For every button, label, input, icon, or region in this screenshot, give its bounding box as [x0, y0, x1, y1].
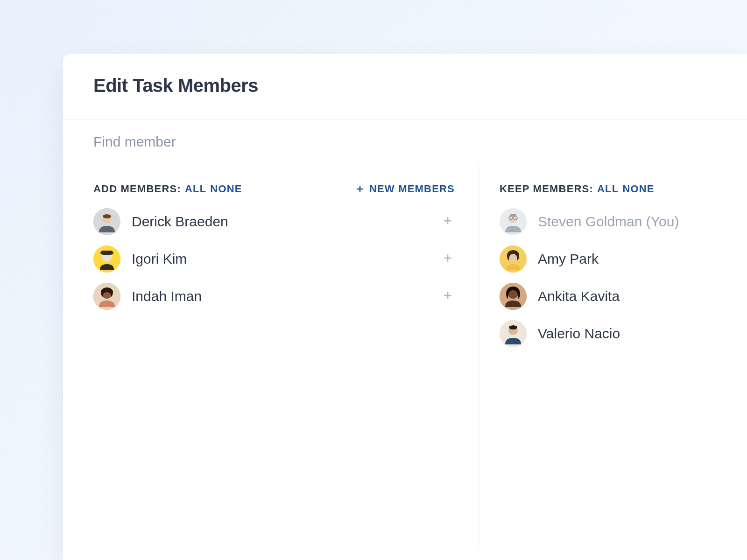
add-members-none-link[interactable]: None	[210, 183, 242, 195]
list-item: Valerio Nacio	[500, 320, 747, 347]
edit-task-members-modal: Edit Task Members Add Members: All None …	[63, 54, 747, 560]
member-info: Igori Kim	[93, 245, 187, 273]
list-item: Amy Park	[500, 245, 747, 273]
avatar	[93, 208, 120, 235]
member-name: Indah Iman	[132, 288, 202, 304]
member-name: Valerio Nacio	[538, 326, 620, 342]
avatar	[500, 208, 527, 235]
keep-members-all-link[interactable]: All	[597, 183, 619, 195]
modal-header: Edit Task Members	[63, 54, 747, 119]
add-members-label-group: Add Members: All None	[93, 183, 242, 195]
new-members-label: New Members	[369, 183, 455, 195]
avatar	[500, 320, 527, 347]
search-section	[63, 119, 747, 164]
add-members-list: Derick Braeden Igori Kim	[93, 208, 455, 310]
member-info: Indah Iman	[93, 283, 202, 310]
member-info: Ankita Kavita	[500, 283, 620, 310]
find-member-input[interactable]	[93, 120, 717, 164]
add-members-all-link[interactable]: All	[185, 183, 206, 195]
list-item: Igori Kim	[93, 245, 455, 273]
new-members-button[interactable]: New Members	[355, 183, 455, 195]
keep-members-list: Steven Goldman (You) Amy Park	[500, 208, 747, 347]
add-members-label: Add Members:	[93, 183, 181, 195]
keep-members-label: Keep Members:	[500, 183, 593, 195]
member-info: Steven Goldman (You)	[500, 208, 679, 235]
keep-members-column: Keep Members: All None Steven Goldman (Y…	[479, 164, 747, 549]
plus-icon	[443, 216, 453, 228]
member-info: Derick Braeden	[93, 208, 228, 235]
add-member-button[interactable]	[441, 215, 455, 229]
member-name: Derick Braeden	[132, 214, 228, 230]
svg-rect-9	[101, 251, 113, 253]
plus-icon	[443, 290, 453, 302]
keep-members-none-link[interactable]: None	[622, 183, 654, 195]
plus-icon	[355, 184, 365, 194]
list-item: Steven Goldman (You)	[500, 208, 747, 235]
member-name: Amy Park	[538, 251, 599, 267]
keep-members-label-group: Keep Members: All None	[500, 183, 655, 195]
avatar	[500, 283, 527, 310]
add-member-button[interactable]	[441, 252, 455, 266]
member-name: Steven Goldman (You)	[538, 214, 679, 230]
columns-container: Add Members: All None New Members	[63, 164, 747, 549]
add-members-header: Add Members: All None New Members	[93, 183, 455, 195]
add-members-column: Add Members: All None New Members	[63, 164, 479, 549]
list-item: Derick Braeden	[93, 208, 455, 235]
member-info: Amy Park	[500, 245, 599, 273]
member-name: Ankita Kavita	[538, 288, 620, 304]
avatar	[500, 245, 527, 273]
member-name: Igori Kim	[132, 251, 187, 267]
list-item: Ankita Kavita	[500, 283, 747, 310]
member-info: Valerio Nacio	[500, 320, 620, 347]
plus-icon	[443, 253, 453, 265]
list-item: Indah Iman	[93, 283, 455, 310]
keep-members-header: Keep Members: All None	[500, 183, 747, 195]
modal-title: Edit Task Members	[93, 75, 717, 96]
avatar	[93, 283, 120, 310]
avatar	[93, 245, 120, 273]
add-member-button[interactable]	[441, 289, 455, 303]
